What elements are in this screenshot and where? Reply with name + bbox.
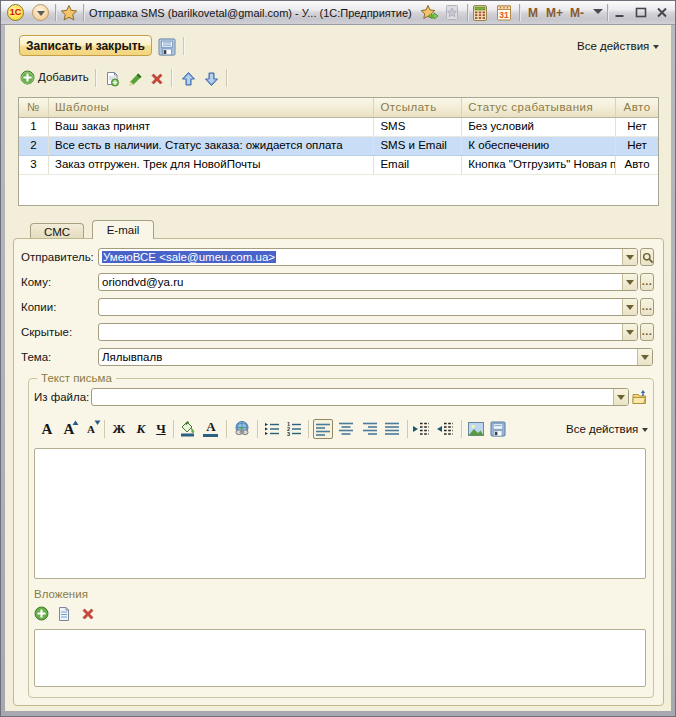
font-shrink-icon[interactable]: A — [81, 419, 101, 439]
maximize-icon[interactable] — [633, 5, 649, 20]
column-header-status[interactable]: Статус срабатывания — [462, 98, 616, 117]
app-window: 1С Отправка SMS (barilkovetal@gmail.com)… — [0, 0, 676, 717]
sender-selected-text: УмеюВСЕ <sale@umeu.com.ua> — [102, 251, 276, 263]
cell-auto: Авто — [616, 156, 658, 174]
all-actions-main-button[interactable]: Все действия — [577, 40, 659, 52]
add-button[interactable]: Добавить — [38, 71, 89, 83]
memory-m-minus-button[interactable]: M- — [570, 6, 584, 20]
indent-increase-icon[interactable] — [412, 419, 432, 439]
subject-value: Лялывпалв — [99, 349, 637, 365]
sender-dropdown-button[interactable] — [622, 249, 637, 265]
align-justify-icon[interactable] — [383, 419, 403, 439]
toolbar-separator — [183, 37, 184, 55]
to-dropdown-button[interactable] — [622, 274, 637, 290]
save-doc-icon[interactable] — [488, 419, 508, 439]
toolbar-separator — [226, 69, 227, 87]
attach-delete-icon[interactable] — [81, 607, 95, 621]
cell-send: Email — [374, 156, 462, 174]
add-icon[interactable] — [19, 69, 37, 87]
column-header-send[interactable]: Отсылать — [374, 98, 462, 117]
bcc-select-button[interactable]: ... — [640, 323, 654, 341]
subject-label: Тема: — [21, 351, 51, 363]
subject-dropdown-button[interactable] — [637, 349, 652, 365]
hyperlink-icon[interactable] — [232, 419, 252, 439]
cc-select-button[interactable]: ... — [640, 298, 654, 316]
main-menu-button[interactable] — [32, 4, 49, 21]
dropdown-icon — [617, 395, 625, 400]
font-icon[interactable]: A — [37, 419, 57, 439]
insert-image-icon[interactable] — [466, 419, 486, 439]
all-actions-body-button[interactable]: Все действия — [566, 423, 648, 435]
favorites-star-icon[interactable] — [60, 4, 78, 22]
menu-down-icon — [37, 11, 45, 16]
toolbar-separator — [308, 420, 309, 438]
from-file-dropdown-button[interactable] — [613, 389, 628, 405]
underline-icon[interactable]: Ч — [151, 419, 171, 439]
calendar-icon[interactable]: 31 — [496, 4, 514, 22]
copy-icon[interactable] — [101, 69, 121, 87]
title-add-favorite-icon[interactable] — [420, 4, 438, 22]
dropdown-icon — [626, 255, 634, 260]
minimize-icon[interactable] — [612, 5, 628, 20]
save-and-close-button[interactable]: Записать и закрыть — [19, 35, 152, 56]
delete-icon[interactable] — [146, 69, 166, 87]
column-header-num[interactable]: № — [19, 98, 49, 117]
cell-status: Кнопка "Отгрузить" Новая поч — [462, 156, 616, 174]
from-file-field[interactable] — [91, 388, 629, 406]
bullet-list-icon[interactable] — [262, 419, 282, 439]
font-color-icon[interactable]: A — [201, 419, 221, 439]
cell-template: Ваш заказ принят — [49, 118, 374, 136]
cell-status: К обеспечению — [462, 137, 616, 155]
fill-color-icon[interactable] — [178, 419, 198, 439]
titlebar-separator — [519, 4, 520, 21]
indent-decrease-icon[interactable] — [436, 419, 456, 439]
align-center-icon[interactable] — [337, 419, 357, 439]
dropdown-icon — [653, 45, 659, 49]
column-header-template[interactable]: Шаблоны — [49, 98, 374, 117]
memory-m-button[interactable]: M — [528, 6, 538, 20]
save-button[interactable] — [156, 36, 176, 56]
calculator-icon[interactable] — [472, 4, 490, 22]
dropdown-icon — [626, 280, 634, 285]
title-favorite-disabled-icon[interactable] — [444, 4, 462, 22]
attach-view-icon[interactable] — [57, 606, 73, 622]
cc-value — [99, 299, 622, 315]
cell-send: SMS — [374, 118, 462, 136]
align-right-icon[interactable] — [361, 419, 381, 439]
attach-add-icon[interactable] — [34, 606, 50, 622]
table-row-selected[interactable]: 2 Все есть в наличии. Статус заказа: ожи… — [19, 137, 658, 156]
to-select-button[interactable]: ... — [640, 273, 654, 291]
cc-field[interactable] — [98, 298, 638, 316]
edit-icon[interactable] — [124, 69, 144, 87]
logo-1c-icon: 1С — [7, 4, 24, 21]
sender-label: Отправитель: — [21, 251, 94, 263]
sender-field[interactable]: УмеюВСЕ <sale@umeu.com.ua> — [98, 248, 638, 266]
bold-icon[interactable]: Ж — [109, 419, 129, 439]
titlebar-separator — [607, 4, 608, 21]
table-row[interactable]: 3 Заказ отгружен. Трек для НовойПочты Em… — [19, 156, 658, 175]
memory-m-plus-button[interactable]: M+ — [546, 6, 563, 20]
font-grow-icon[interactable]: A — [59, 419, 79, 439]
ellipsis-icon: ... — [641, 324, 653, 338]
attachments-list[interactable] — [34, 629, 646, 687]
title-bar: 1С Отправка SMS (barilkovetal@gmail.com)… — [1, 1, 675, 25]
italic-icon[interactable]: К — [131, 419, 151, 439]
to-field[interactable]: oriondvd@ya.ru — [98, 273, 638, 291]
align-left-icon[interactable] — [313, 419, 333, 439]
table-row[interactable]: 1 Ваш заказ принят SMS Без условий Нет — [19, 118, 658, 137]
column-header-auto[interactable]: Авто — [616, 98, 658, 117]
underline-glyph: Ч — [151, 419, 171, 439]
move-up-icon[interactable] — [177, 69, 197, 87]
numbered-list-icon[interactable]: 123 — [284, 419, 304, 439]
open-file-icon[interactable] — [631, 388, 648, 406]
cc-dropdown-button[interactable] — [622, 299, 637, 315]
move-down-icon[interactable] — [200, 69, 220, 87]
tab-email[interactable]: E-mail — [92, 220, 154, 239]
subject-field[interactable]: Лялывпалв — [98, 348, 653, 366]
email-body-editor[interactable] — [34, 448, 646, 579]
bcc-field[interactable] — [98, 323, 638, 341]
tab-sms[interactable]: СМС — [30, 223, 84, 239]
close-icon[interactable] — [654, 5, 670, 20]
sender-search-button[interactable] — [640, 248, 654, 266]
bcc-dropdown-button[interactable] — [622, 324, 637, 340]
